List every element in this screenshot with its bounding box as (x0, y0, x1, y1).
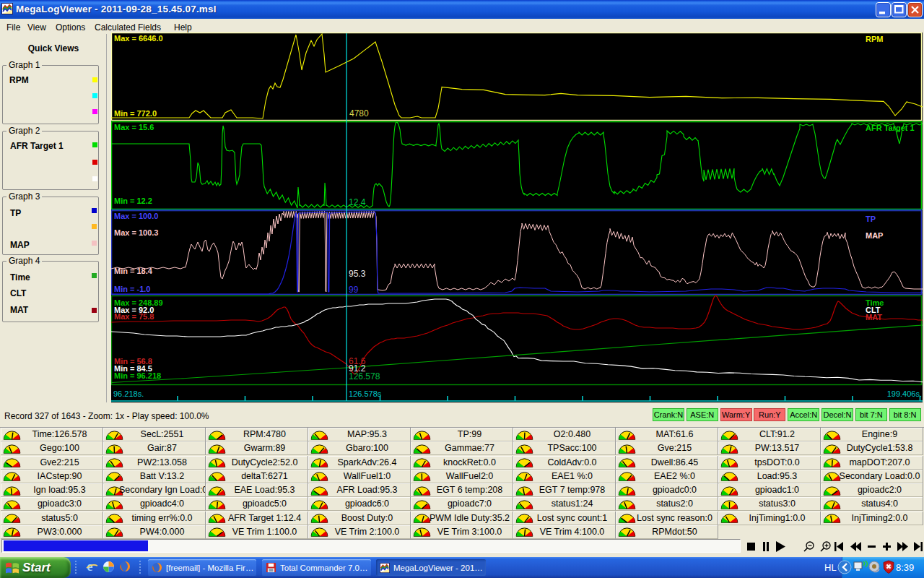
svg-text:126.578s: 126.578s (349, 389, 382, 398)
svg-text:Max = 75.8: Max = 75.8 (114, 312, 154, 321)
svg-text:Max = 100.0: Max = 100.0 (114, 212, 158, 220)
svg-text:Max = 6646.0: Max = 6646.0 (114, 34, 163, 43)
svg-text:Max = 100.3: Max = 100.3 (114, 228, 158, 237)
svg-text:Max = 15.6: Max = 15.6 (114, 123, 154, 131)
svg-text:Min = 12.2: Min = 12.2 (114, 197, 152, 205)
svg-text:4780: 4780 (349, 108, 369, 118)
svg-text:95.3: 95.3 (349, 269, 366, 279)
svg-text:RPM: RPM (866, 35, 883, 43)
svg-text:TP: TP (866, 215, 876, 223)
svg-text:Min = 96.218: Min = 96.218 (114, 371, 161, 380)
svg-text:Min = 18.4: Min = 18.4 (114, 267, 153, 275)
svg-text:MAT: MAT (866, 313, 882, 322)
svg-text:199.406s.: 199.406s. (887, 389, 922, 398)
svg-text:MAP: MAP (866, 231, 883, 240)
svg-text:Min = 772.0: Min = 772.0 (114, 109, 157, 118)
svg-text:96.218s.: 96.218s. (113, 389, 144, 398)
svg-text:AFR Target 1: AFR Target 1 (866, 124, 915, 132)
svg-text:126.578: 126.578 (349, 371, 380, 381)
svg-text:Min = -1.0: Min = -1.0 (114, 285, 150, 293)
svg-text:99: 99 (349, 285, 359, 295)
svg-text:12.4: 12.4 (349, 197, 366, 207)
